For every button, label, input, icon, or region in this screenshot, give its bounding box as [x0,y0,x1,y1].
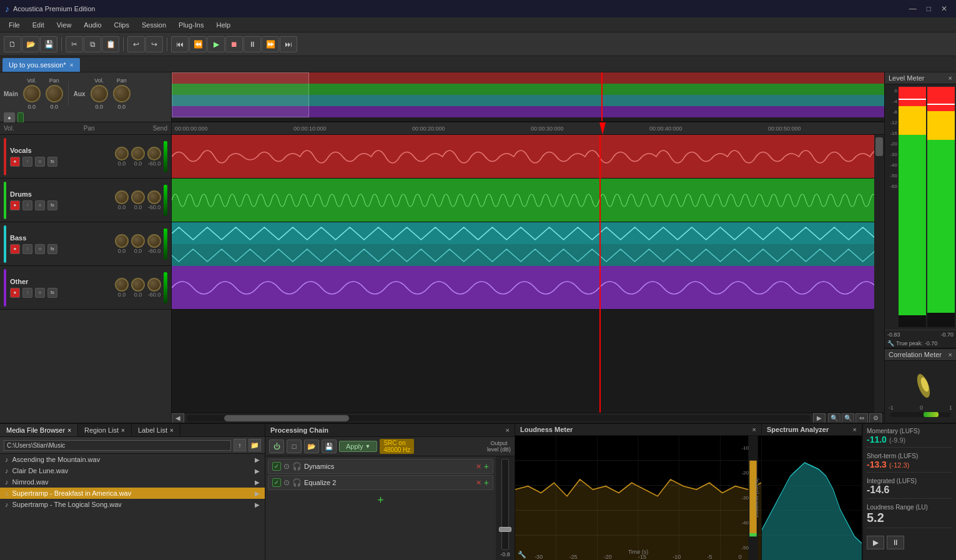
dynamics-enable-btn[interactable]: ✓ [272,462,281,471]
maximize-button[interactable]: □ [923,3,935,14]
file-play-supertramp-l[interactable]: ▶ [255,501,260,508]
copy-button[interactable]: ⧉ [84,36,101,52]
pc-power-btn[interactable]: ⏻ [269,440,284,453]
drums-send-knob[interactable] [147,190,161,204]
file-ascending[interactable]: ♪ Ascending the Mountain.wav ▶ [0,454,265,465]
zoom-settings-btn[interactable]: ⚙ [869,413,882,423]
hscroll-bar[interactable]: ◀ ▶ 🔍 🔍 ⇔ ⚙ [172,413,884,423]
aux-pan-knob[interactable] [113,85,131,102]
menu-audio[interactable]: Audio [77,20,107,30]
redo-button[interactable]: ↪ [145,36,163,52]
drums-mute-btn[interactable]: ! [22,200,32,210]
equalize2-add-btn[interactable]: + [484,478,489,488]
bass-pan-knob[interactable] [131,234,145,248]
paste-button[interactable]: 📋 [102,36,119,52]
bass-mute-btn[interactable]: ! [22,244,32,254]
menu-plugins[interactable]: Plug-Ins [172,20,210,30]
skip-end-button[interactable]: ⏭ [280,36,297,52]
file-play-nimrod[interactable]: ▶ [255,479,260,486]
label-list-tab-close[interactable]: × [170,427,174,434]
hscroll-thumb[interactable] [224,415,349,421]
file-play-clair[interactable]: ▶ [255,468,260,474]
bass-fx-btn[interactable]: fx [47,244,57,254]
other-lane[interactable] [172,266,884,310]
loudness-settings-btn[interactable]: 🔧 [518,551,526,559]
skip-start-button[interactable]: ⏮ [171,36,189,52]
bass-vol-knob[interactable] [115,234,129,248]
menu-clips[interactable]: Clips [108,20,136,30]
pc-add-plugin-btn[interactable]: + [268,491,493,509]
correlation-meter-close[interactable]: × [949,351,952,358]
vocals-solo-btn[interactable]: ○ [35,157,45,167]
overview-viewport[interactable] [172,72,309,117]
pc-save-btn[interactable]: 💾 [322,440,337,453]
file-play-ascending[interactable]: ▶ [255,456,260,463]
equalize2-delete-btn[interactable]: ✕ [476,479,481,487]
bass-lane[interactable] [172,222,884,266]
session-tab[interactable]: Up to you.session* × [2,58,80,72]
media-browser-tab[interactable]: Media File Browser × [0,424,78,436]
menu-file[interactable]: File [2,20,26,30]
equalize2-io-icon[interactable]: ⊙ [283,478,290,487]
label-list-tab[interactable]: Label List × [132,424,180,436]
other-pan-knob[interactable] [131,278,145,292]
region-list-tab-close[interactable]: × [121,427,125,434]
vocals-send-knob[interactable] [147,147,161,160]
dynamics-add-btn[interactable]: + [484,461,489,471]
rewind-button[interactable]: ⏪ [189,36,207,52]
vocals-vol-knob[interactable] [115,147,129,160]
main-vol-knob[interactable] [23,85,41,102]
vocals-record-btn[interactable]: ● [10,157,20,167]
file-supertramp-logical[interactable]: ♪ Supertramp - The Logical Song.wav ▶ [0,499,265,510]
menu-edit[interactable]: Edit [26,20,51,30]
drums-record-btn[interactable]: ● [10,200,20,210]
bass-solo-btn[interactable]: ○ [35,244,45,254]
dynamics-io-icon[interactable]: ⊙ [283,462,290,471]
zoom-in-btn[interactable]: 🔍 [842,413,854,423]
bass-record-btn[interactable]: ● [10,244,20,254]
drums-solo-btn[interactable]: ○ [35,200,45,210]
menu-help[interactable]: Help [210,20,237,30]
stats-play-btn[interactable]: ▶ [867,536,884,549]
vscroll-bar[interactable] [874,135,884,413]
undo-button[interactable]: ↩ [127,36,145,52]
other-fx-btn[interactable]: fx [47,288,57,298]
pc-fader-thumb[interactable] [499,527,511,532]
vocals-pan-knob[interactable] [131,147,145,160]
zoom-fit-btn[interactable]: ⇔ [855,413,868,423]
other-record-btn[interactable]: ● [10,288,20,298]
spectrum-close-btn[interactable]: × [853,426,857,433]
aux-vol-knob[interactable] [91,85,108,102]
save-button[interactable]: 💾 [40,36,57,52]
vscroll-thumb[interactable] [875,137,883,156]
tab-close-button[interactable]: × [70,62,74,69]
pause-button[interactable]: ⏸ [244,36,261,52]
drums-vol-knob[interactable] [115,190,129,204]
play-button[interactable]: ▶ [207,36,225,52]
browser-path-input[interactable] [4,440,231,451]
dynamics-delete-btn[interactable]: ✕ [476,463,481,471]
pc-close-btn[interactable]: × [506,426,510,434]
hscroll-track[interactable] [187,415,811,421]
add-plugin-icon[interactable]: + [377,494,384,507]
region-list-tab[interactable]: Region List × [78,424,132,436]
menu-view[interactable]: View [51,20,78,30]
minimize-button[interactable]: — [905,3,920,14]
fast-forward-button[interactable]: ⏩ [262,36,279,52]
open-button[interactable]: 📂 [22,36,39,52]
file-play-supertramp-b[interactable]: ▶ [255,490,260,497]
vocals-fx-btn[interactable]: fx [47,157,57,167]
main-pan-knob[interactable] [46,85,63,102]
menu-session[interactable]: Session [136,20,172,30]
file-supertramp-breakfast[interactable]: ♪ Supertramp - Breakfast in America.wav … [0,488,265,499]
apply-button[interactable]: Apply ▼ [339,441,377,452]
close-button[interactable]: ✕ [937,3,951,14]
stop-button[interactable]: ⏹ [225,36,243,52]
overview[interactable] [172,72,884,122]
scroll-left-btn[interactable]: ◀ [172,413,184,423]
other-vol-knob[interactable] [115,278,129,292]
drums-fx-btn[interactable]: fx [47,200,57,210]
media-browser-tab-close[interactable]: × [67,427,71,434]
vocals-lane[interactable] [172,135,884,179]
browser-up-btn[interactable]: ↑ [234,439,246,451]
